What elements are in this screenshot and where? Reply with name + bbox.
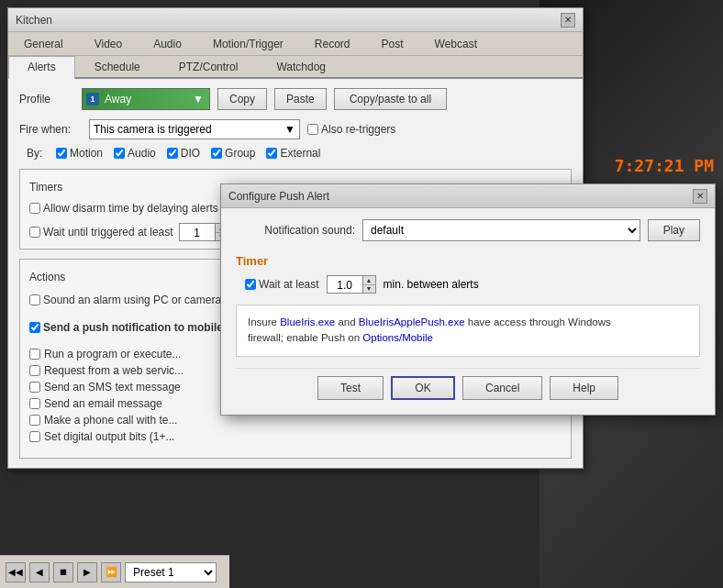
dialog-timer-down[interactable]: ▼ <box>363 285 375 294</box>
notification-sound-select[interactable]: default alert chime none <box>362 219 640 241</box>
notice-box: Insure BlueIris.exe and BlueIrisApplePus… <box>236 305 700 357</box>
dialog-timer-row: Wait at least 1.0 ▲ ▼ min. between alert… <box>236 275 700 294</box>
dialog-timer-unit: min. between alerts <box>384 278 479 291</box>
configure-push-dialog: Configure Push Alert ✕ Notification soun… <box>220 183 716 416</box>
blue-iris-exe: BlueIris.exe <box>280 316 335 327</box>
dialog-timer-spinner: 1.0 ▲ ▼ <box>327 275 376 294</box>
help-button[interactable]: Help <box>550 376 618 400</box>
dialog-timer-arrows[interactable]: ▲ ▼ <box>363 275 376 294</box>
dialog-timer-up[interactable]: ▲ <box>363 276 375 285</box>
options-mobile-link: Options/Mobile <box>362 332 433 343</box>
notice-text: Insure BlueIris.exe and BlueIrisApplePus… <box>248 316 611 343</box>
dialog-close-button[interactable]: ✕ <box>693 189 707 204</box>
notification-sound-label: Notification sound: <box>236 224 355 237</box>
notification-sound-row: Notification sound: default alert chime … <box>236 219 700 241</box>
play-button[interactable]: Play <box>648 219 700 241</box>
wait-at-least-checkbox[interactable] <box>245 279 256 290</box>
dialog-timer-header: Timer <box>236 254 700 268</box>
dialog-overlay: Configure Push Alert ✕ Notification soun… <box>0 0 723 588</box>
dialog-title-bar: Configure Push Alert ✕ <box>221 184 715 208</box>
cancel-button[interactable]: Cancel <box>462 376 542 400</box>
dialog-timer-section: Timer Wait at least 1.0 ▲ ▼ min. between… <box>236 254 700 294</box>
dialog-content: Notification sound: default alert chime … <box>221 208 715 415</box>
wait-at-least-label[interactable]: Wait at least <box>245 278 319 291</box>
ok-button[interactable]: OK <box>391 376 455 400</box>
test-button[interactable]: Test <box>317 376 384 400</box>
wait-at-least-text: Wait at least <box>259 278 319 291</box>
blue-iris-apple-push-exe: BlueIrisApplePush.exe <box>359 316 465 327</box>
dialog-title: Configure Push Alert <box>228 190 329 203</box>
dialog-buttons: Test OK Cancel Help <box>236 368 700 404</box>
dialog-timer-input[interactable]: 1.0 <box>327 275 363 294</box>
